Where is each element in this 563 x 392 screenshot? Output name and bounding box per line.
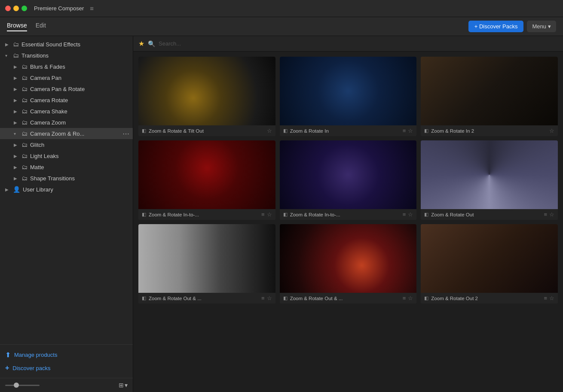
chevron-right-icon: ▶ xyxy=(14,98,19,103)
grid-item-zoom-rotate-out-and-1[interactable]: ◧Zoom & Rotate Out & ...≡☆ xyxy=(138,224,275,304)
filter-star-icon[interactable]: ★ xyxy=(138,40,144,48)
grid-item-menu-button[interactable]: ≡ xyxy=(403,211,406,218)
sidebar-item-light-leaks[interactable]: ▶ 🗂 Light Leaks xyxy=(0,150,133,161)
grid-item-star-button[interactable]: ☆ xyxy=(549,128,554,134)
sidebar-item-transitions[interactable]: ▾ 🗂 Transitions xyxy=(0,50,133,61)
size-slider[interactable] xyxy=(5,385,40,386)
grid-item-zoom-rotate-out-and-2[interactable]: ◧Zoom & Rotate Out & ...≡☆ xyxy=(280,224,417,304)
grid-item-zoom-rotate-into-2[interactable]: ◧Zoom & Rotate In-to-...≡☆ xyxy=(280,140,417,220)
grid-item-label: Zoom & Rotate Out & ... xyxy=(290,296,400,301)
main-layout: ▶ 🗂 Essential Sound Effects ▾ 🗂 Transiti… xyxy=(0,36,563,392)
grid-item-label: Zoom & Rotate & Tilt Out xyxy=(149,128,264,134)
chevron-down-icon: ▾ xyxy=(548,23,551,30)
folder-icon: 🗂 xyxy=(21,119,28,126)
grid-item-star-button[interactable]: ☆ xyxy=(267,295,272,301)
grid-item-star-button[interactable]: ☆ xyxy=(267,211,272,218)
manage-products-action[interactable]: ⬆ Manage products xyxy=(5,348,128,362)
view-toggle[interactable]: ⊞ ▾ xyxy=(119,382,128,389)
grid-thumb-zoom-rotate-out xyxy=(421,140,558,209)
topnav-tabs: Browse Edit xyxy=(7,22,468,31)
chevron-down-icon: ▾ xyxy=(5,53,10,58)
chevron-right-icon: ▶ xyxy=(14,165,19,170)
grid-item-zoom-rotate-in-2[interactable]: ◧Zoom & Rotate In 2☆ xyxy=(421,57,558,136)
grid-item-footer: ◧Zoom & Rotate Out≡☆ xyxy=(421,209,558,220)
folder-icon: 🗂 xyxy=(21,85,28,92)
clip-icon: ◧ xyxy=(283,128,288,134)
sidebar-item-label: Camera Zoom xyxy=(30,119,66,126)
grid-item-actions: ≡☆ xyxy=(403,295,413,301)
sidebar-item-matte[interactable]: ▶ 🗂 Matte xyxy=(0,161,133,173)
sidebar-item-shape-transitions[interactable]: ▶ 🗂 Shape Transitions xyxy=(0,173,133,184)
grid-item-label: Zoom & Rotate Out 2 xyxy=(431,296,541,301)
folder-icon: 🗂 xyxy=(21,141,28,148)
sidebar-item-label: User Library xyxy=(23,186,53,193)
discover-packs-action[interactable]: + Discover packs xyxy=(5,362,128,374)
chevron-right-icon: ▶ xyxy=(5,42,10,47)
grid-thumb-zoom-rotate-out-and-2 xyxy=(280,224,417,293)
grid-item-star-button[interactable]: ☆ xyxy=(408,211,413,218)
chevron-right-icon: ▶ xyxy=(14,120,19,125)
sidebar-item-blurs-fades[interactable]: ▶ 🗂 Blurs & Fades xyxy=(0,61,133,72)
sidebar-item-label: Camera Pan & Rotate xyxy=(30,86,85,92)
grid-item-star-button[interactable]: ☆ xyxy=(408,295,413,301)
size-slider-container xyxy=(5,385,115,386)
grid-item-star-button[interactable]: ☆ xyxy=(549,211,554,218)
grid-item-menu-button[interactable]: ≡ xyxy=(403,295,406,301)
tab-browse[interactable]: Browse xyxy=(7,22,27,31)
grid-item-menu-button[interactable]: ≡ xyxy=(261,211,265,218)
grid-item-menu-button[interactable]: ≡ xyxy=(544,211,547,218)
grid-item-zoom-rotate-into-1[interactable]: ◧Zoom & Rotate In-to-...≡☆ xyxy=(138,140,275,220)
grid-item-zoom-rotate-tilt-out[interactable]: ◧Zoom & Rotate & Tilt Out☆ xyxy=(138,57,275,136)
sidebar-item-camera-pan[interactable]: ▶ 🗂 Camera Pan xyxy=(0,72,133,83)
folder-icon: 🗂 xyxy=(21,152,28,159)
menu-icon[interactable]: ≡ xyxy=(90,5,94,12)
maximize-button[interactable] xyxy=(21,6,27,11)
grid-item-actions: ≡☆ xyxy=(261,211,272,218)
cloud-icon: ⬆ xyxy=(5,351,11,359)
sidebar-item-camera-zoom[interactable]: ▶ 🗂 Camera Zoom xyxy=(0,117,133,128)
grid-item-zoom-rotate-in[interactable]: ◧Zoom & Rotate In≡☆ xyxy=(280,57,417,136)
sidebar-item-label: Transitions xyxy=(21,52,49,59)
grid-item-menu-button[interactable]: ≡ xyxy=(403,128,406,134)
tab-edit[interactable]: Edit xyxy=(36,22,46,31)
manage-products-label: Manage products xyxy=(14,352,57,358)
grid-item-menu-button[interactable]: ≡ xyxy=(261,295,265,301)
sidebar-item-camera-shake[interactable]: ▶ 🗂 Camera Shake xyxy=(0,106,133,117)
sidebar-item-camera-zoom-ro[interactable]: ▾ 🗂 Camera Zoom & Ro... ⋯ xyxy=(0,128,133,139)
grid-item-actions: ☆ xyxy=(549,128,554,134)
grid-item-footer: ◧Zoom & Rotate Out & ...≡☆ xyxy=(280,293,417,304)
grid-item-label: Zoom & Rotate Out xyxy=(431,212,541,217)
minimize-button[interactable] xyxy=(13,6,19,11)
sidebar-item-label: Camera Pan xyxy=(30,75,61,81)
chevron-right-icon: ▶ xyxy=(14,143,19,147)
chevron-right-icon: ▶ xyxy=(14,76,19,80)
sidebar-item-glitch[interactable]: ▶ 🗂 Glitch xyxy=(0,139,133,150)
sidebar-item-camera-rotate[interactable]: ▶ 🗂 Camera Rotate xyxy=(0,94,133,106)
grid-item-star-button[interactable]: ☆ xyxy=(408,128,413,134)
search-input[interactable] xyxy=(159,40,558,47)
close-button[interactable] xyxy=(5,6,11,11)
chevron-right-icon: ▶ xyxy=(5,187,10,192)
grid-item-footer: ◧Zoom & Rotate Out & ...≡☆ xyxy=(138,293,275,304)
grid-item-menu-button[interactable]: ≡ xyxy=(544,295,547,301)
grid-item-zoom-rotate-out[interactable]: ◧Zoom & Rotate Out≡☆ xyxy=(421,140,558,220)
sidebar-item-user-library[interactable]: ▶ 👤 User Library xyxy=(0,184,133,195)
more-options-icon[interactable]: ⋯ xyxy=(122,130,129,138)
sidebar-item-essential-sound-effects[interactable]: ▶ 🗂 Essential Sound Effects xyxy=(0,39,133,50)
menu-button[interactable]: Menu ▾ xyxy=(527,21,556,32)
grid-item-zoom-rotate-out-2[interactable]: ◧Zoom & Rotate Out 2≡☆ xyxy=(421,224,558,304)
grid-item-footer: ◧Zoom & Rotate & Tilt Out☆ xyxy=(138,125,275,136)
grid-thumb-zoom-rotate-out-2 xyxy=(421,224,558,293)
clip-icon: ◧ xyxy=(142,212,146,217)
chevron-down-icon: ▾ xyxy=(125,382,128,389)
grid-item-star-button[interactable]: ☆ xyxy=(549,295,554,301)
discover-packs-button[interactable]: + Discover Packs xyxy=(468,21,524,32)
plus-icon: + xyxy=(5,364,9,372)
clip-icon: ◧ xyxy=(142,128,146,134)
grid-item-label: Zoom & Rotate In-to-... xyxy=(290,212,400,217)
grid-item-actions: ≡☆ xyxy=(261,295,272,301)
sidebar-item-label: Camera Shake xyxy=(30,108,67,115)
sidebar-item-camera-pan-rotate[interactable]: ▶ 🗂 Camera Pan & Rotate xyxy=(0,83,133,94)
content-grid: ◧Zoom & Rotate & Tilt Out☆◧Zoom & Rotate… xyxy=(133,52,563,392)
grid-item-star-button[interactable]: ☆ xyxy=(267,128,272,134)
